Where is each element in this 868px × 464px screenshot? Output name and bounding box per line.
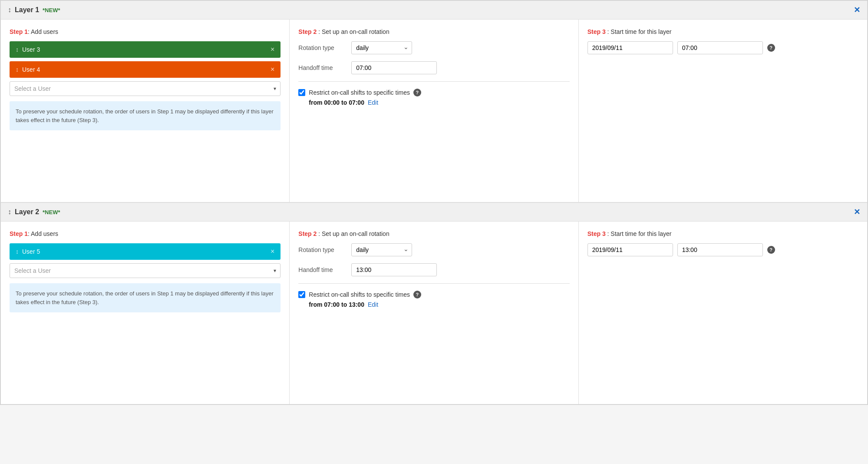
rotation-type-label-layer2: Rotation type bbox=[298, 246, 346, 253]
rotation-type-select-layer2[interactable]: daily bbox=[351, 243, 412, 256]
step2-label-layer1: Step 2 : Set up an on-call rotation bbox=[298, 28, 569, 35]
user-chip-left-layer1-1: ↕User 4 bbox=[16, 66, 40, 73]
select-user-layer1[interactable]: Select a User bbox=[10, 81, 281, 96]
handoff-time-label-layer2: Handoff time bbox=[298, 266, 346, 273]
layer-content-layer2: Step 1: Add users↕User 5×Select a User▾T… bbox=[1, 222, 867, 404]
user-chip-left-layer2-0: ↕User 5 bbox=[16, 248, 40, 255]
section-rotation-layer2: Step 2 : Set up an on-call rotationRotat… bbox=[290, 222, 578, 404]
select-user-layer2[interactable]: Select a User bbox=[10, 263, 281, 278]
user-chip-close-btn-layer1-0[interactable]: × bbox=[271, 46, 274, 53]
step3-num-layer2: Step 3 bbox=[587, 230, 606, 237]
user-chip-close-btn-layer1-1[interactable]: × bbox=[271, 66, 274, 73]
rotation-type-select-layer1[interactable]: daily bbox=[351, 41, 412, 54]
user-chip-layer1-1: ↕User 4× bbox=[10, 61, 281, 78]
layer-drag-icon-layer2[interactable]: ↕ bbox=[8, 208, 11, 216]
user-chip-drag-icon-layer2-0[interactable]: ↕ bbox=[16, 248, 19, 255]
step1-desc-layer1: : Add users bbox=[28, 28, 58, 35]
restrict-edit-link-layer2[interactable]: Edit bbox=[368, 301, 378, 308]
user-chip-name-layer1-1: User 4 bbox=[22, 66, 40, 73]
restrict-checkbox-layer2[interactable] bbox=[298, 291, 305, 298]
restrict-help-icon-layer1[interactable]: ? bbox=[413, 89, 421, 96]
section-rotation-layer1: Step 2 : Set up an on-call rotationRotat… bbox=[290, 20, 578, 202]
restrict-help-icon-layer2[interactable]: ? bbox=[413, 291, 421, 298]
start-time-input-layer2[interactable] bbox=[677, 243, 763, 256]
restrict-from-time-layer2: from 07:00 to 13:00 bbox=[309, 301, 364, 308]
close-layer-btn-layer2[interactable]: ✕ bbox=[854, 207, 860, 217]
start-date-input-layer1[interactable] bbox=[587, 41, 673, 54]
restrict-text-layer2: Restrict on-call shifts to specific time… bbox=[309, 291, 410, 298]
layer-title-layer1: Layer 1 bbox=[15, 6, 39, 14]
handoff-time-row-layer2: Handoff time bbox=[298, 263, 569, 276]
step3-label-layer2: Step 3 : Start time for this layer bbox=[587, 230, 858, 237]
step2-desc-layer2: : Set up an on-call rotation bbox=[317, 230, 389, 237]
step2-num-layer1: Step 2 bbox=[298, 28, 317, 35]
layer-block-layer2: ↕Layer 2*NEW*✕Step 1: Add users↕User 5×S… bbox=[0, 202, 868, 404]
start-time-help-icon-layer1[interactable]: ? bbox=[767, 44, 775, 52]
layer-header-left-layer2: ↕Layer 2*NEW* bbox=[8, 208, 60, 216]
section-add-users-layer1: Step 1: Add users↕User 3×↕User 4×Select … bbox=[1, 20, 290, 202]
step1-label-layer2: Step 1: Add users bbox=[10, 230, 281, 237]
start-time-input-layer1[interactable] bbox=[677, 41, 763, 54]
select-user-wrapper-layer2: Select a User▾ bbox=[10, 263, 281, 278]
restrict-times-layer1: from 00:00 to 07:00Edit bbox=[298, 99, 569, 106]
layer-header-layer2: ↕Layer 2*NEW*✕ bbox=[1, 203, 867, 222]
layers-container: ↕Layer 1*NEW*✕Step 1: Add users↕User 3×↕… bbox=[0, 0, 868, 405]
user-chip-close-btn-layer2-0[interactable]: × bbox=[271, 248, 274, 255]
restrict-from-time-layer1: from 00:00 to 07:00 bbox=[309, 99, 364, 106]
step1-label-layer1: Step 1: Add users bbox=[10, 28, 281, 35]
handoff-time-row-layer1: Handoff time bbox=[298, 61, 569, 74]
rotation-type-row-layer1: Rotation typedaily bbox=[298, 41, 569, 54]
step3-num-layer1: Step 3 bbox=[587, 28, 606, 35]
section-add-users-layer2: Step 1: Add users↕User 5×Select a User▾T… bbox=[1, 222, 290, 404]
restrict-checkbox-layer1[interactable] bbox=[298, 89, 305, 96]
restrict-edit-link-layer1[interactable]: Edit bbox=[368, 99, 378, 106]
step1-num-layer2: Step 1 bbox=[10, 230, 28, 237]
user-chip-layer1-0: ↕User 3× bbox=[10, 41, 281, 58]
rotation-select-wrapper-layer2: daily bbox=[351, 243, 412, 256]
handoff-time-label-layer1: Handoff time bbox=[298, 64, 346, 71]
section-start-time-layer1: Step 3 : Start time for this layer? bbox=[579, 20, 867, 202]
layer-block-layer1: ↕Layer 1*NEW*✕Step 1: Add users↕User 3×↕… bbox=[0, 0, 868, 202]
step3-desc-layer1: : Start time for this layer bbox=[606, 28, 672, 35]
user-chip-drag-icon-layer1-1[interactable]: ↕ bbox=[16, 66, 19, 73]
layer-badge-layer1: *NEW* bbox=[43, 7, 60, 13]
user-chip-drag-icon-layer1-0[interactable]: ↕ bbox=[16, 46, 19, 53]
layer-header-left-layer1: ↕Layer 1*NEW* bbox=[8, 6, 60, 14]
rotation-type-row-layer2: Rotation typedaily bbox=[298, 243, 569, 256]
step3-desc-layer2: : Start time for this layer bbox=[606, 230, 672, 237]
divider-layer2 bbox=[298, 283, 569, 284]
layer-drag-icon-layer1[interactable]: ↕ bbox=[8, 6, 11, 14]
restrict-row-layer2: Restrict on-call shifts to specific time… bbox=[298, 291, 569, 298]
rotation-type-label-layer1: Rotation type bbox=[298, 44, 346, 51]
step1-num-layer1: Step 1 bbox=[10, 28, 28, 35]
step2-num-layer2: Step 2 bbox=[298, 230, 317, 237]
layer-content-layer1: Step 1: Add users↕User 3×↕User 4×Select … bbox=[1, 20, 867, 202]
layer-title-layer2: Layer 2 bbox=[15, 208, 39, 216]
restrict-text-layer1: Restrict on-call shifts to specific time… bbox=[309, 89, 410, 96]
close-layer-btn-layer1[interactable]: ✕ bbox=[854, 5, 860, 15]
restrict-row-layer1: Restrict on-call shifts to specific time… bbox=[298, 89, 569, 96]
start-time-help-icon-layer2[interactable]: ? bbox=[767, 246, 775, 254]
restrict-times-layer2: from 07:00 to 13:00Edit bbox=[298, 301, 569, 308]
step2-label-layer2: Step 2 : Set up an on-call rotation bbox=[298, 230, 569, 237]
user-chip-layer2-0: ↕User 5× bbox=[10, 243, 281, 260]
user-chip-name-layer1-0: User 3 bbox=[22, 46, 40, 53]
info-box-layer1: To preserve your schedule rotation, the … bbox=[10, 101, 281, 130]
step1-desc-layer2: : Add users bbox=[28, 230, 58, 237]
section-start-time-layer2: Step 3 : Start time for this layer? bbox=[579, 222, 867, 404]
select-user-wrapper-layer1: Select a User▾ bbox=[10, 81, 281, 96]
start-date-input-layer2[interactable] bbox=[587, 243, 673, 256]
rotation-select-wrapper-layer1: daily bbox=[351, 41, 412, 54]
step2-desc-layer1: : Set up an on-call rotation bbox=[317, 28, 389, 35]
user-chip-name-layer2-0: User 5 bbox=[22, 248, 40, 255]
start-time-row-layer2: ? bbox=[587, 243, 858, 256]
handoff-time-input-layer1[interactable] bbox=[351, 61, 437, 74]
layer-badge-layer2: *NEW* bbox=[43, 209, 60, 215]
divider-layer1 bbox=[298, 81, 569, 82]
layer-header-layer1: ↕Layer 1*NEW*✕ bbox=[1, 1, 867, 20]
user-chip-left-layer1-0: ↕User 3 bbox=[16, 46, 40, 53]
step3-label-layer1: Step 3 : Start time for this layer bbox=[587, 28, 858, 35]
start-time-row-layer1: ? bbox=[587, 41, 858, 54]
info-box-layer2: To preserve your schedule rotation, the … bbox=[10, 283, 281, 312]
handoff-time-input-layer2[interactable] bbox=[351, 263, 437, 276]
